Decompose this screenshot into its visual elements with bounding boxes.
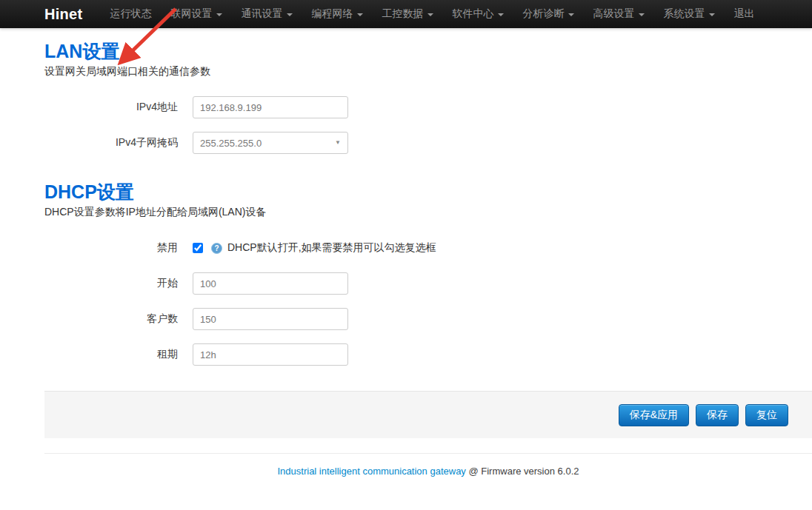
dhcp-disable-label: 禁用 <box>44 241 178 255</box>
chevron-down-icon <box>287 13 293 16</box>
select-caret-icon: ▼ <box>335 140 341 146</box>
nav-item-system-settings[interactable]: 系统设置 <box>654 0 725 28</box>
dhcp-lease-label: 租期 <box>44 348 178 361</box>
nav-item-label: 高级设置 <box>593 7 635 21</box>
help-icon: ? <box>211 243 222 254</box>
chevron-down-icon <box>709 13 715 16</box>
nav-item-label: 编程网络 <box>312 7 353 21</box>
nav-item-label: 联网设置 <box>171 7 213 21</box>
ipv4-address-input[interactable] <box>193 96 348 118</box>
lan-section-title: LAN设置 <box>44 40 812 62</box>
nav-item-analysis-diagnosis[interactable]: 分析诊断 <box>513 0 584 28</box>
nav-item-label: 通讯设置 <box>242 7 283 21</box>
nav-item-software-center[interactable]: 软件中心 <box>443 0 513 28</box>
nav-item-comm-settings[interactable]: 通讯设置 <box>232 0 302 28</box>
chevron-down-icon <box>427 13 433 16</box>
chevron-down-icon <box>216 13 222 16</box>
footer-gateway-link[interactable]: Industrial intelligent communication gat… <box>278 466 466 477</box>
chevron-down-icon <box>357 13 363 16</box>
chevron-down-icon <box>568 13 574 16</box>
nav-item-network-settings[interactable]: 联网设置 <box>162 0 232 28</box>
nav-item-label: 软件中心 <box>453 7 494 21</box>
page-footer: Industrial intelligent communication gat… <box>44 453 812 477</box>
chevron-down-icon <box>639 13 645 16</box>
dhcp-start-label: 开始 <box>44 277 178 290</box>
dhcp-disable-checkbox[interactable] <box>193 243 203 253</box>
footer-version-text: @ Firmware version 6.0.2 <box>466 466 579 477</box>
reset-button[interactable]: 复位 <box>745 404 788 426</box>
ipv4-address-row: IPv4地址 <box>44 96 812 118</box>
ipv4-netmask-label: IPv4子网掩码 <box>44 136 178 150</box>
dhcp-clients-label: 客户数 <box>44 312 178 326</box>
dhcp-disable-row: 禁用 ? DHCP默认打开,如果需要禁用可以勾选复选框 <box>44 241 812 255</box>
save-button[interactable]: 保存 <box>696 404 739 426</box>
nav-item-run-status[interactable]: 运行状态 <box>101 0 162 28</box>
dhcp-disable-hint: DHCP默认打开,如果需要禁用可以勾选复选框 <box>227 241 436 255</box>
ipv4-netmask-select[interactable]: 255.255.255.0 ▼ <box>193 132 348 154</box>
brand-logo[interactable]: Hinet <box>44 6 83 23</box>
dhcp-section-title: DHCP设置 <box>44 181 812 203</box>
dhcp-clients-input[interactable] <box>193 308 348 330</box>
dhcp-start-input[interactable] <box>193 272 348 295</box>
lan-section-subtitle: 设置网关局域网端口相关的通信参数 <box>44 65 812 78</box>
nav-item-label: 运行状态 <box>110 7 152 21</box>
dhcp-section-subtitle: DHCP设置参数将IP地址分配给局域网(LAN)设备 <box>44 206 812 219</box>
nav-item-label: 退出 <box>734 7 755 21</box>
chevron-down-icon <box>498 13 504 16</box>
nav-item-label: 系统设置 <box>664 7 705 21</box>
nav-item-label: 分析诊断 <box>523 7 565 21</box>
nav-item-advanced-settings[interactable]: 高级设置 <box>584 0 654 28</box>
nav-item-industrial-data[interactable]: 工控数据 <box>373 0 443 28</box>
nav-item-programming-network[interactable]: 编程网络 <box>302 0 373 28</box>
dhcp-lease-row: 租期 <box>44 343 812 366</box>
ipv4-netmask-row: IPv4子网掩码 255.255.255.0 ▼ <box>44 132 812 154</box>
ipv4-netmask-selected-value: 255.255.255.0 <box>200 138 262 149</box>
top-navbar: Hinet 运行状态 联网设置 通讯设置 编程网络 工控数据 软件中心 分析诊断… <box>0 0 812 28</box>
dhcp-clients-row: 客户数 <box>44 308 812 330</box>
nav-item-logout[interactable]: 退出 <box>725 0 765 28</box>
nav-item-label: 工控数据 <box>382 7 424 21</box>
save-apply-button[interactable]: 保存&应用 <box>619 404 689 426</box>
ipv4-address-label: IPv4地址 <box>44 101 178 114</box>
dhcp-start-row: 开始 <box>44 272 812 295</box>
dhcp-lease-input[interactable] <box>193 343 348 366</box>
action-bar: 保存&应用 保存 复位 <box>44 391 812 438</box>
main-content: LAN设置 设置网关局域网端口相关的通信参数 IPv4地址 IPv4子网掩码 2… <box>0 40 812 477</box>
